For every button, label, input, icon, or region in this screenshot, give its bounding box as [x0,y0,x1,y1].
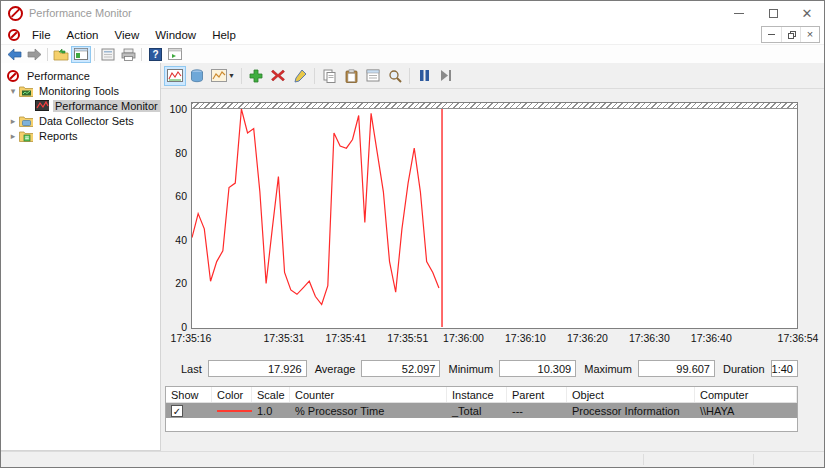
window-title: Performance Monitor [29,7,132,19]
print-button[interactable] [118,46,138,63]
show-counter-checkbox[interactable]: ✓ [171,405,183,417]
menu-action[interactable]: Action [59,27,107,43]
mdi-close-button[interactable]: × [800,27,819,42]
menu-help[interactable]: Help [204,27,244,43]
counter-name: % Processor Time [290,403,447,418]
x-tick-label: 17:35:16 [171,332,212,344]
mdi-restore-button[interactable] [781,27,800,42]
maximize-icon [769,9,778,18]
chart-plot[interactable] [191,102,798,329]
console-icon [8,29,20,41]
view-current-activity-button[interactable] [164,66,186,86]
expander-right-icon[interactable]: ▸ [7,131,19,141]
status-bar-separator [753,454,754,465]
x-tick-label: 17:35:51 [387,332,428,344]
tree-item-performance[interactable]: Performance [1,68,160,83]
tree-item-data-collector-sets[interactable]: ▸ Data Collector Sets [1,113,160,128]
delete-x-icon [271,69,285,82]
status-bar-separator [643,454,644,465]
maximum-value: 99.607 [638,360,715,377]
back-button[interactable] [4,46,24,63]
add-counter-button[interactable] [245,66,267,86]
performance-monitor-icon [35,100,49,112]
data-collector-sets-folder-icon [19,115,33,127]
expander-down-icon[interactable]: ▾ [7,86,19,96]
dropdown-arrow-icon: ▼ [228,72,235,79]
x-tick-label: 17:36:30 [629,332,670,344]
tree-item-monitoring-tools[interactable]: ▾ Monitoring Tools [1,83,160,98]
maximum-label: Maximum [584,363,632,375]
open-folder-button[interactable] [51,46,71,63]
tree-item-label-selected: Performance Monitor [53,100,160,112]
x-axis-labels: 17:35:1617:35:3117:35:4117:35:5117:36:00… [191,332,798,350]
tree-item-label: Reports [37,130,80,142]
counter-parent: --- [507,403,567,418]
column-header-object[interactable]: Object [567,387,695,402]
column-header-instance[interactable]: Instance [447,387,507,402]
mdi-minimize-button[interactable] [762,27,781,42]
copy-properties-button[interactable] [318,66,340,86]
y-tick-label: 100 [169,103,187,115]
paste-counter-list-button[interactable] [340,66,362,86]
help-button[interactable]: ? [145,46,165,63]
add-plus-icon [249,69,263,83]
forward-arrow-icon [27,48,42,61]
show-hide-action-pane-button[interactable] [165,46,185,63]
status-bar [1,451,824,467]
properties-button[interactable] [362,66,384,86]
zoom-button[interactable] [384,66,406,86]
performance-root-icon [7,70,21,82]
show-hide-console-tree-button[interactable] [71,46,91,63]
highlight-button[interactable] [289,66,311,86]
counter-row-selected[interactable]: ✓ 1.0 % Processor Time _Total --- Proces… [166,403,797,418]
view-log-data-button[interactable] [186,66,208,86]
counter-computer: \\HAYA [695,403,797,418]
y-tick-label: 60 [175,190,187,202]
x-tick-label: 17:35:41 [325,332,366,344]
chart-plot-area [192,109,797,327]
duration-value: 1:40 [771,360,798,377]
tree-item-label: Performance [25,70,92,82]
column-header-counter[interactable]: Counter [290,387,447,402]
close-button[interactable]: ✕ [790,1,824,25]
menu-window[interactable]: Window [147,27,204,43]
export-list-button[interactable] [98,46,118,63]
printer-icon [121,48,136,61]
perfmon-toolbar: ▼ [161,63,824,89]
last-label: Last [181,363,202,375]
console-tree-panel: Performance ▾ Monitoring Tools Performan… [1,63,161,451]
update-data-button[interactable] [435,66,457,86]
expander-right-icon[interactable]: ▸ [7,116,19,126]
maximize-button[interactable] [756,1,790,25]
freeze-display-button[interactable] [413,66,435,86]
toolbar-separator [94,48,95,61]
mdi-restore-icon [788,33,794,39]
forward-button[interactable] [24,46,44,63]
legend-header-row: Show Color Scale Counter Instance Parent… [166,387,797,403]
duration-label: Duration [723,363,765,375]
column-header-show[interactable]: Show [166,387,212,402]
tree-item-performance-monitor[interactable]: Performance Monitor [1,98,160,113]
x-tick-label: 17:35:31 [263,332,304,344]
menu-view[interactable]: View [107,27,148,43]
tree-item-label: Monitoring Tools [37,85,121,97]
pause-icon [419,69,430,82]
counter-scale: 1.0 [252,403,290,418]
title-bar: Performance Monitor ✕ [1,1,824,25]
minimize-button[interactable] [722,1,756,25]
column-header-parent[interactable]: Parent [507,387,567,402]
toolbar-separator [409,68,410,84]
menu-bar: File Action View Window Help × [1,25,824,45]
column-header-scale[interactable]: Scale [252,387,290,402]
change-graph-type-button[interactable]: ▼ [208,66,238,86]
toolbar-separator [141,48,142,61]
tree-item-reports[interactable]: ▸ Reports [1,128,160,143]
reports-folder-icon [19,130,33,142]
highlight-pen-icon [294,69,307,83]
paste-clipboard-icon [345,69,358,83]
delete-counter-button[interactable] [267,66,289,86]
column-header-color[interactable]: Color [212,387,252,402]
column-header-computer[interactable]: Computer [695,387,797,402]
app-logo-icon [8,6,23,21]
menu-file[interactable]: File [24,27,59,43]
